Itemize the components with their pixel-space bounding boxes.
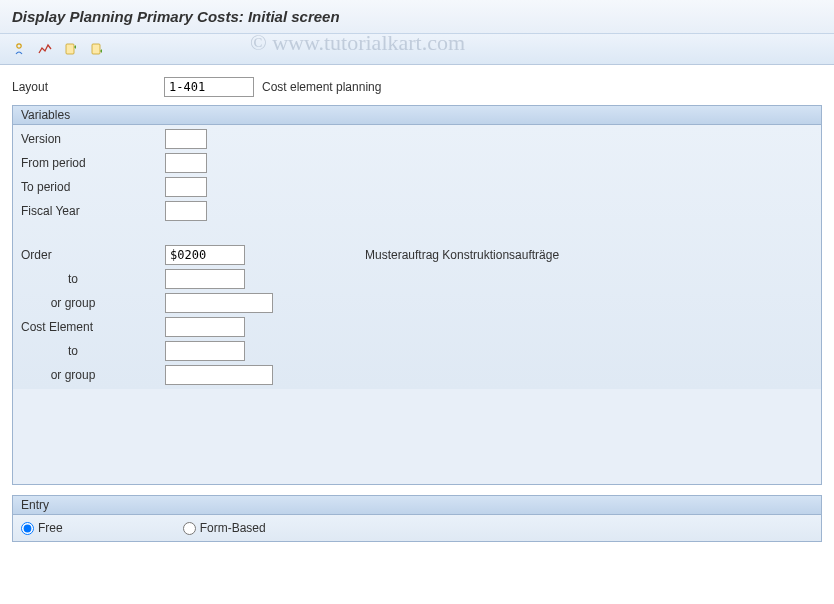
from-period-label: From period <box>21 156 165 170</box>
order-to-label: to <box>21 272 165 286</box>
content-area: Layout Cost element planning Variables V… <box>0 65 834 564</box>
fiscal-year-row: Fiscal Year <box>13 199 821 223</box>
cost-element-to-label: to <box>21 344 165 358</box>
fiscal-year-input[interactable] <box>165 201 207 221</box>
cost-element-label: Cost Element <box>21 320 165 334</box>
entry-form-option[interactable]: Form-Based <box>183 521 266 535</box>
from-period-input[interactable] <box>165 153 207 173</box>
to-period-label: To period <box>21 180 165 194</box>
entry-panel: Entry Free Form-Based <box>12 495 822 542</box>
order-group-label: or group <box>21 296 165 310</box>
layout-description: Cost element planning <box>262 80 381 94</box>
cost-element-to-row: to <box>13 339 821 363</box>
layout-label: Layout <box>12 80 160 94</box>
entry-form-radio[interactable] <box>183 522 196 535</box>
entry-form-label: Form-Based <box>200 521 266 535</box>
entry-free-radio[interactable] <box>21 522 34 535</box>
fiscal-year-label: Fiscal Year <box>21 204 165 218</box>
to-period-input[interactable] <box>165 177 207 197</box>
entry-free-label: Free <box>38 521 63 535</box>
from-period-row: From period <box>13 151 821 175</box>
page-title: Display Planning Primary Costs: Initial … <box>12 8 822 25</box>
variables-panel-header: Variables <box>13 106 821 125</box>
order-row: Order Musterauftrag Konstruktionsaufträg… <box>13 243 821 267</box>
title-bar: Display Planning Primary Costs: Initial … <box>0 0 834 34</box>
cost-element-group-row: or group <box>13 363 821 387</box>
layout-input[interactable] <box>164 77 254 97</box>
document-down-icon[interactable] <box>86 38 108 60</box>
order-to-input[interactable] <box>165 269 245 289</box>
variables-panel: Variables Version From period To period … <box>12 105 822 485</box>
entry-free-option[interactable]: Free <box>21 521 63 535</box>
period-screen-icon[interactable] <box>34 38 56 60</box>
cost-element-input[interactable] <box>165 317 245 337</box>
svg-rect-1 <box>66 44 74 54</box>
svg-point-0 <box>17 44 21 48</box>
to-period-row: To period <box>13 175 821 199</box>
order-group-input[interactable] <box>165 293 273 313</box>
order-input[interactable] <box>165 245 245 265</box>
document-up-icon[interactable] <box>60 38 82 60</box>
version-row: Version <box>13 127 821 151</box>
svg-rect-2 <box>92 44 100 54</box>
order-description: Musterauftrag Konstruktionsaufträge <box>365 248 559 262</box>
cost-element-to-input[interactable] <box>165 341 245 361</box>
cost-element-row: Cost Element <box>13 315 821 339</box>
order-group-row: or group <box>13 291 821 315</box>
entry-panel-body: Free Form-Based <box>13 515 821 541</box>
cost-element-group-input[interactable] <box>165 365 273 385</box>
version-label: Version <box>21 132 165 146</box>
layout-row: Layout Cost element planning <box>12 77 822 97</box>
cost-element-group-label: or group <box>21 368 165 382</box>
version-input[interactable] <box>165 129 207 149</box>
order-label: Order <box>21 248 165 262</box>
entry-panel-header: Entry <box>13 496 821 515</box>
overview-icon[interactable] <box>8 38 30 60</box>
variables-panel-body: Version From period To period Fiscal Yea… <box>13 125 821 389</box>
order-to-row: to <box>13 267 821 291</box>
toolbar <box>0 34 834 65</box>
